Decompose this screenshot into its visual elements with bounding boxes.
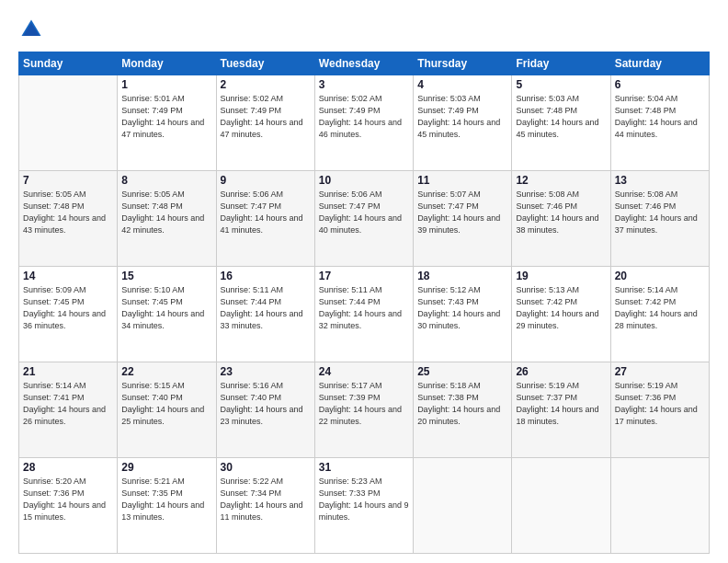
day-number: 21 [23,365,113,378]
day-info: Sunrise: 5:09 AMSunset: 7:45 PMDaylight:… [23,284,113,332]
calendar-cell: 12Sunrise: 5:08 AMSunset: 7:46 PMDayligh… [512,171,610,267]
page: SundayMondayTuesdayWednesdayThursdayFrid… [0,0,728,563]
day-number: 7 [23,174,113,187]
day-info: Sunrise: 5:23 AMSunset: 7:33 PMDaylight:… [319,476,409,523]
day-number: 15 [121,270,211,282]
day-info: Sunrise: 5:08 AMSunset: 7:46 PMDaylight:… [615,189,705,236]
day-number: 27 [615,365,705,378]
calendar-cell: 6Sunrise: 5:04 AMSunset: 7:48 PMDaylight… [610,75,709,171]
calendar-cell: 10Sunrise: 5:06 AMSunset: 7:47 PMDayligh… [314,171,413,267]
day-info: Sunrise: 5:20 AMSunset: 7:36 PMDaylight:… [23,476,113,523]
calendar-cell: 26Sunrise: 5:19 AMSunset: 7:37 PMDayligh… [512,362,610,458]
day-number: 5 [516,78,606,91]
calendar-cell: 30Sunrise: 5:22 AMSunset: 7:34 PMDayligh… [216,458,314,554]
calendar-week-1: 1Sunrise: 5:01 AMSunset: 7:49 PMDaylight… [19,75,710,171]
calendar-cell: 18Sunrise: 5:12 AMSunset: 7:43 PMDayligh… [414,267,512,362]
calendar-cell [19,75,118,171]
calendar-cell: 4Sunrise: 5:03 AMSunset: 7:49 PMDaylight… [414,75,512,171]
day-number: 24 [319,365,409,378]
calendar-cell: 1Sunrise: 5:01 AMSunset: 7:49 PMDaylight… [118,75,216,171]
day-info: Sunrise: 5:05 AMSunset: 7:48 PMDaylight:… [23,189,113,236]
day-number: 6 [615,78,705,91]
logo-icon [18,17,44,42]
calendar-week-3: 14Sunrise: 5:09 AMSunset: 7:45 PMDayligh… [19,267,710,362]
calendar-cell: 20Sunrise: 5:14 AMSunset: 7:42 PMDayligh… [610,267,709,362]
calendar-cell: 31Sunrise: 5:23 AMSunset: 7:33 PMDayligh… [314,458,413,554]
day-info: Sunrise: 5:11 AMSunset: 7:44 PMDaylight:… [221,284,311,332]
day-number: 12 [516,174,606,187]
day-number: 25 [417,365,507,378]
calendar-cell: 17Sunrise: 5:11 AMSunset: 7:44 PMDayligh… [314,267,413,362]
day-number: 13 [615,174,705,187]
day-number: 22 [121,365,211,378]
calendar-header-saturday: Saturday [610,52,709,75]
calendar-cell: 2Sunrise: 5:02 AMSunset: 7:49 PMDaylight… [216,75,314,171]
calendar-table: SundayMondayTuesdayWednesdayThursdayFrid… [18,52,710,554]
calendar-cell: 15Sunrise: 5:10 AMSunset: 7:45 PMDayligh… [118,267,216,362]
day-info: Sunrise: 5:16 AMSunset: 7:40 PMDaylight:… [221,380,311,428]
calendar-week-4: 21Sunrise: 5:14 AMSunset: 7:41 PMDayligh… [19,362,710,458]
day-number: 23 [221,365,311,378]
day-info: Sunrise: 5:02 AMSunset: 7:49 PMDaylight:… [221,93,311,141]
calendar-cell: 19Sunrise: 5:13 AMSunset: 7:42 PMDayligh… [512,267,610,362]
day-info: Sunrise: 5:14 AMSunset: 7:41 PMDaylight:… [23,380,113,428]
calendar-week-2: 7Sunrise: 5:05 AMSunset: 7:48 PMDaylight… [19,171,710,267]
day-info: Sunrise: 5:02 AMSunset: 7:49 PMDaylight:… [319,93,409,141]
header [18,17,710,42]
calendar-header-friday: Friday [512,52,610,75]
day-info: Sunrise: 5:14 AMSunset: 7:42 PMDaylight:… [615,284,705,332]
day-number: 28 [23,461,113,474]
calendar-cell: 13Sunrise: 5:08 AMSunset: 7:46 PMDayligh… [610,171,709,267]
calendar-cell: 28Sunrise: 5:20 AMSunset: 7:36 PMDayligh… [19,458,118,554]
calendar-cell: 14Sunrise: 5:09 AMSunset: 7:45 PMDayligh… [19,267,118,362]
day-number: 20 [615,270,705,282]
day-info: Sunrise: 5:03 AMSunset: 7:49 PMDaylight:… [417,93,507,141]
day-number: 3 [319,78,409,91]
day-info: Sunrise: 5:08 AMSunset: 7:46 PMDaylight:… [516,189,606,236]
day-number: 26 [516,365,606,378]
day-info: Sunrise: 5:10 AMSunset: 7:45 PMDaylight:… [121,284,211,332]
calendar-cell: 23Sunrise: 5:16 AMSunset: 7:40 PMDayligh… [216,362,314,458]
day-number: 30 [221,461,311,474]
day-info: Sunrise: 5:06 AMSunset: 7:47 PMDaylight:… [221,189,311,236]
day-info: Sunrise: 5:19 AMSunset: 7:36 PMDaylight:… [615,380,705,428]
day-number: 18 [417,270,507,282]
calendar-cell: 11Sunrise: 5:07 AMSunset: 7:47 PMDayligh… [414,171,512,267]
day-info: Sunrise: 5:15 AMSunset: 7:40 PMDaylight:… [121,380,211,428]
day-info: Sunrise: 5:04 AMSunset: 7:48 PMDaylight:… [615,93,705,141]
calendar-cell: 27Sunrise: 5:19 AMSunset: 7:36 PMDayligh… [610,362,709,458]
calendar-header-thursday: Thursday [414,52,512,75]
day-number: 1 [121,78,211,91]
day-number: 19 [516,270,606,282]
calendar-cell: 22Sunrise: 5:15 AMSunset: 7:40 PMDayligh… [118,362,216,458]
logo [18,17,48,42]
day-info: Sunrise: 5:06 AMSunset: 7:47 PMDaylight:… [319,189,409,236]
day-number: 4 [417,78,507,91]
calendar-cell: 8Sunrise: 5:05 AMSunset: 7:48 PMDaylight… [118,171,216,267]
calendar-header-monday: Monday [118,52,216,75]
calendar-cell: 24Sunrise: 5:17 AMSunset: 7:39 PMDayligh… [314,362,413,458]
calendar-header-wednesday: Wednesday [314,52,413,75]
day-info: Sunrise: 5:11 AMSunset: 7:44 PMDaylight:… [319,284,409,332]
calendar-cell: 25Sunrise: 5:18 AMSunset: 7:38 PMDayligh… [414,362,512,458]
calendar-cell [512,458,610,554]
calendar-cell: 21Sunrise: 5:14 AMSunset: 7:41 PMDayligh… [19,362,118,458]
day-number: 10 [319,174,409,187]
day-number: 17 [319,270,409,282]
day-info: Sunrise: 5:19 AMSunset: 7:37 PMDaylight:… [516,380,606,428]
day-info: Sunrise: 5:22 AMSunset: 7:34 PMDaylight:… [221,476,311,523]
calendar-cell [414,458,512,554]
day-number: 2 [221,78,311,91]
day-info: Sunrise: 5:05 AMSunset: 7:48 PMDaylight:… [121,189,211,236]
day-info: Sunrise: 5:17 AMSunset: 7:39 PMDaylight:… [319,380,409,428]
day-info: Sunrise: 5:13 AMSunset: 7:42 PMDaylight:… [516,284,606,332]
day-number: 8 [121,174,211,187]
day-info: Sunrise: 5:07 AMSunset: 7:47 PMDaylight:… [417,189,507,236]
calendar-cell: 7Sunrise: 5:05 AMSunset: 7:48 PMDaylight… [19,171,118,267]
day-number: 31 [319,461,409,474]
calendar-header-tuesday: Tuesday [216,52,314,75]
calendar-cell [610,458,709,554]
calendar-header-sunday: Sunday [19,52,118,75]
calendar-cell: 29Sunrise: 5:21 AMSunset: 7:35 PMDayligh… [118,458,216,554]
day-info: Sunrise: 5:18 AMSunset: 7:38 PMDaylight:… [417,380,507,428]
